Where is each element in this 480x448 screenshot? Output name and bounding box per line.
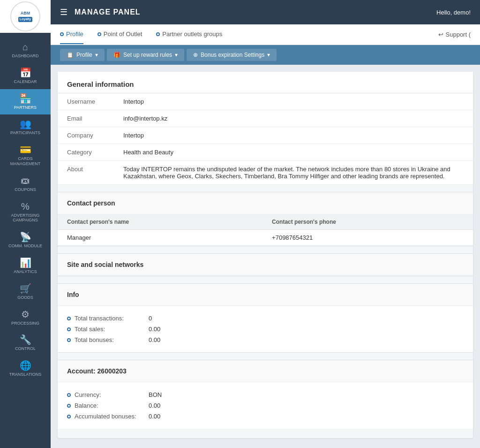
sub-nav-label-1: Point of Outlet — [104, 30, 142, 38]
field-value-4: Today INTERTOP remains the undisputed le… — [114, 161, 473, 185]
nav-label-3: PARTICIPANTS — [10, 130, 40, 136]
nav-label-4: CARDS MANAGEMENT — [2, 156, 48, 167]
sub-nav-item-2[interactable]: Partner outlets groups — [156, 25, 222, 44]
account-section: Account: 26000203 Currency: BON Balance:… — [58, 360, 473, 429]
contact-table: Contact person's name Contact person's p… — [58, 214, 473, 246]
account-bullet-0 — [67, 393, 71, 397]
nav-label-2: PARTNERS — [14, 105, 37, 110]
support-icon: ↩ — [438, 31, 443, 38]
field-label-2: Company — [58, 127, 114, 144]
general-info-tbody: Username Intertop Email info@intertop.kz… — [58, 93, 473, 185]
contact-thead: Contact person's name Contact person's p… — [58, 214, 473, 230]
info-bullet-0 — [67, 317, 71, 320]
account-number: 26000203 — [98, 367, 127, 375]
account-label-2: Accumulated bonuses: — [75, 413, 145, 420]
logo-circle: ABM Loyalty — [10, 1, 40, 31]
sidebar-item-goods[interactable]: 🛒 GOODS — [0, 279, 51, 305]
nav-label-6: ADVERTISING CAMPAIGNS — [2, 213, 48, 223]
nav-icon-3: 👥 — [20, 119, 31, 129]
field-label-0: Username — [58, 93, 114, 110]
sub-nav-label-0: Profile — [66, 30, 83, 38]
account-value-2: 0.00 — [149, 413, 160, 420]
nav-icon-8: 📊 — [20, 258, 31, 267]
nav-icon-2: 🏪 — [20, 94, 31, 103]
sub-nav-item-0[interactable]: Profile — [60, 25, 83, 44]
action-btn-arrow-0: ▾ — [95, 52, 98, 58]
sidebar-item-partners[interactable]: 🏪 PARTNERS — [0, 89, 51, 115]
nav-label-5: COUPONS — [15, 187, 36, 192]
support-label: Support ( — [446, 31, 471, 38]
nav-icon-9: 🛒 — [20, 284, 31, 293]
account-label-0: Currency: — [75, 391, 145, 398]
nav-icon-10: ⚙ — [21, 310, 30, 319]
nav-icon-1: 📅 — [20, 68, 31, 77]
main-wrapper: ☰ MANAGE PANEL Hello, demo! Profile Poin… — [51, 0, 480, 448]
site-social-title: Site and social networks — [58, 254, 473, 276]
info-value-1: 0.00 — [149, 326, 160, 333]
top-header: ☰ MANAGE PANEL Hello, demo! — [51, 0, 480, 24]
sidebar-item-control[interactable]: 🔧 CONTROL — [0, 330, 51, 356]
nav-label-8: ANALYTICS — [14, 269, 37, 274]
sidebar-item-participants[interactable]: 👥 PARTICIPANTS — [0, 114, 51, 140]
info-label-1: Total sales: — [75, 326, 145, 333]
sidebar-item-processing[interactable]: ⚙ PROCESSING — [0, 305, 51, 331]
action-btn-label-2: Bonus expiration Settings — [201, 52, 264, 58]
sidebar-item-comm.-module[interactable]: 📡 COMM. MODULE — [0, 228, 51, 253]
nav-icon-7: 📡 — [20, 232, 31, 242]
account-label: Account: — [67, 367, 96, 375]
field-label-3: Category — [58, 144, 114, 161]
content-area: General information Username Intertop Em… — [51, 65, 480, 448]
action-btn-icon-0: 📋 — [67, 52, 74, 58]
action-btn-1[interactable]: 🎁Set up reward rules▾ — [107, 49, 184, 61]
info-value-0: 0 — [149, 315, 152, 322]
field-value-0: Intertop — [114, 93, 473, 110]
info-item-1: Total sales: 0.00 — [67, 324, 464, 334]
info-item-2: Total bonuses: 0.00 — [67, 334, 464, 345]
account-bullet-2 — [67, 415, 71, 418]
sidebar-item-cards-management[interactable]: 💳 CARDS MANAGEMENT — [0, 140, 51, 171]
info-label-2: Total bonuses: — [75, 336, 145, 343]
logo-text: ABM Loyalty — [18, 11, 33, 22]
action-btn-label-0: Profile — [76, 52, 92, 58]
sidebar-item-translations[interactable]: 🌐 TRANSLATIONS — [0, 356, 51, 382]
action-bar: 📋Profile▾🎁Set up reward rules▾⊕Bonus exp… — [51, 45, 480, 65]
general-info-row-2: Company Intertop — [58, 127, 473, 144]
sub-nav-label-2: Partner outlets groups — [162, 30, 222, 38]
info-label-0: Total transactions: — [75, 315, 145, 322]
info-bullet-2 — [67, 338, 71, 342]
general-info-row-3: Category Health and Beauty — [58, 144, 473, 161]
sidebar: ABM Loyalty ⌂ DASHBOARD 📅 CALENDAR 🏪 PAR… — [0, 0, 51, 448]
support-link[interactable]: ↩ Support ( — [438, 31, 471, 38]
action-btn-2[interactable]: ⊕Bonus expiration Settings▾ — [187, 49, 277, 61]
sidebar-item-analytics[interactable]: 📊 ANALYTICS — [0, 253, 51, 279]
sub-nav-dot-2 — [156, 32, 160, 36]
sidebar-item-dashboard[interactable]: ⌂ DASHBOARD — [0, 38, 51, 63]
sub-nav-item-1[interactable]: Point of Outlet — [98, 25, 142, 44]
contact-name-header: Contact person's name — [58, 214, 262, 230]
contact-row-0: Manager +70987654321 — [58, 230, 473, 246]
sub-nav-dot-0 — [60, 32, 64, 36]
account-label-1: Balance: — [75, 402, 145, 409]
sidebar-item-coupons[interactable]: 🎟 COUPONS — [0, 171, 51, 197]
sub-nav-items: Profile Point of Outlet Partner outlets … — [60, 25, 424, 44]
nav-icon-6: % — [21, 202, 30, 211]
sub-nav: Profile Point of Outlet Partner outlets … — [51, 24, 480, 45]
general-info-title: General information — [58, 72, 473, 93]
sidebar-item-advertising-campaigns[interactable]: % ADVERTISING CAMPAIGNS — [0, 197, 51, 228]
hamburger-icon[interactable]: ☰ — [60, 7, 68, 17]
general-info-row-0: Username Intertop — [58, 93, 473, 110]
general-info-row-1: Email info@intertop.kz — [58, 110, 473, 127]
account-value-1: 0.00 — [149, 402, 160, 409]
info-item-0: Total transactions: 0 — [67, 313, 464, 324]
contact-section: Contact person Contact person's name Con… — [58, 192, 473, 246]
action-btn-0[interactable]: 📋Profile▾ — [60, 49, 105, 61]
nav-icon-0: ⌂ — [22, 42, 28, 52]
general-info-table: Username Intertop Email info@intertop.kz… — [58, 93, 473, 185]
nav-label-9: GOODS — [17, 295, 33, 300]
sidebar-item-calendar[interactable]: 📅 CALENDAR — [0, 63, 51, 89]
general-info-row-4: About Today INTERTOP remains the undispu… — [58, 161, 473, 185]
site-social-section: Site and social networks — [58, 253, 473, 276]
info-value-2: 0.00 — [149, 336, 160, 343]
content-inner: General information Username Intertop Em… — [58, 72, 473, 438]
nav-label-11: CONTROL — [15, 346, 36, 351]
